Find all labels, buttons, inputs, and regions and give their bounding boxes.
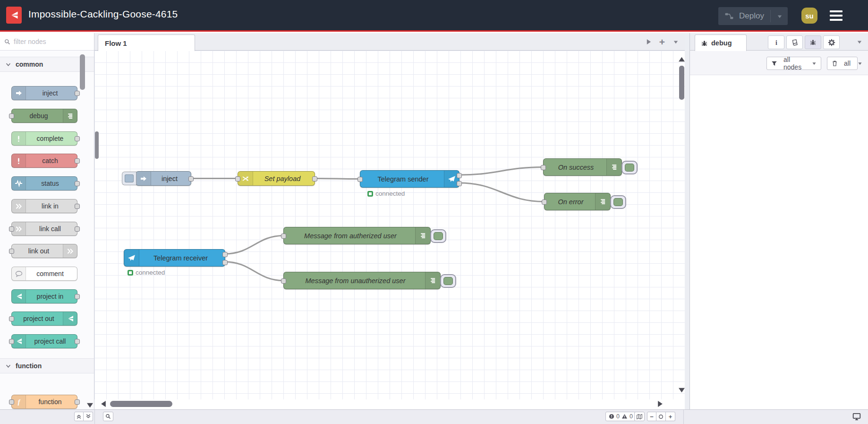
node-output-port[interactable]: [75, 204, 80, 209]
flow-node-msg-unauthorized[interactable]: Message from unautherized user: [283, 272, 441, 289]
sidebar-menu-chevron-icon[interactable]: [857, 40, 862, 44]
node-output-port[interactable]: [75, 158, 80, 164]
scrollbar-thumb[interactable]: [95, 131, 99, 159]
palette-node-comment[interactable]: comment: [11, 267, 77, 281]
palette-node-label: link in: [26, 199, 74, 213]
debug-enable-toggle[interactable]: [621, 161, 638, 174]
inject-trigger-button[interactable]: [122, 172, 136, 185]
flow-node-telegram-sender[interactable]: Telegram sender: [360, 170, 460, 188]
node-input-port[interactable]: [9, 399, 14, 405]
wire[interactable]: [225, 236, 283, 254]
wire[interactable]: [460, 183, 544, 202]
palette-node-complete[interactable]: complete: [11, 131, 77, 146]
tab-flow-1[interactable]: Flow 1: [98, 35, 195, 51]
canvas-scroll-left-icon[interactable]: [101, 400, 107, 407]
tab-debug[interactable]: debug: [695, 35, 747, 51]
node-input-port[interactable]: [357, 177, 363, 182]
wire[interactable]: [315, 179, 360, 179]
canvas-scroll-right-icon[interactable]: [657, 400, 663, 407]
node-input-port[interactable]: [235, 176, 240, 182]
node-output-port-2[interactable]: [457, 181, 462, 186]
tab-scroll-right-icon[interactable]: [646, 39, 651, 45]
node-status-telegram-receiver: connected: [128, 269, 165, 276]
palette-node-inject[interactable]: inject: [11, 86, 77, 100]
flow-node-telegram-receiver[interactable]: Telegram receiver: [124, 249, 225, 267]
flow-node-on-error[interactable]: On error: [544, 193, 611, 210]
node-output-port-1[interactable]: [222, 252, 228, 257]
flow-issue-counts[interactable]: 0 0: [605, 412, 636, 421]
node-input-port[interactable]: [541, 165, 546, 170]
canvas-search-button[interactable]: [103, 412, 113, 421]
palette-node-status[interactable]: status: [11, 176, 77, 190]
canvas-scroll-down-icon[interactable]: [678, 387, 685, 393]
node-input-port[interactable]: [281, 278, 286, 284]
palette-node-function[interactable]: ffunction: [11, 395, 77, 409]
flow-node-inject[interactable]: inject: [136, 171, 191, 186]
wire[interactable]: [225, 262, 283, 281]
zoom-in-button[interactable]: +: [666, 412, 675, 421]
expand-all-categories-button[interactable]: [84, 412, 93, 421]
node-input-port[interactable]: [542, 199, 547, 205]
wire[interactable]: [460, 167, 543, 175]
sidebar-splitter[interactable]: [685, 33, 689, 409]
palette-node-link-call[interactable]: link call: [11, 222, 77, 236]
node-input-port[interactable]: [9, 249, 14, 254]
node-input-port[interactable]: [9, 113, 14, 119]
node-output-port[interactable]: [75, 91, 80, 96]
user-avatar[interactable]: su: [801, 8, 817, 24]
palette-scroll-down-icon[interactable]: [86, 402, 94, 408]
palette-node-project-in[interactable]: project in: [11, 289, 77, 303]
palette-node-debug[interactable]: debug: [11, 109, 77, 123]
zoom-reset-button[interactable]: [656, 412, 666, 421]
debug-clear-button[interactable]: all: [827, 57, 858, 70]
palette-search[interactable]: filter nodes: [0, 33, 94, 51]
node-output-port[interactable]: [75, 226, 80, 232]
palette-node-project-out[interactable]: project out: [11, 312, 77, 326]
deploy-button[interactable]: Deploy: [718, 7, 788, 25]
debug-filter-button[interactable]: all nodes: [766, 57, 821, 70]
node-output-port[interactable]: [75, 181, 80, 186]
node-output-port[interactable]: [75, 339, 80, 344]
palette-node-link-out[interactable]: link out: [11, 244, 77, 258]
canvas-hscrollbar-thumb[interactable]: [110, 401, 172, 407]
palette-node-catch[interactable]: catch: [11, 154, 77, 168]
sidebar-tab-info-button[interactable]: i: [768, 35, 784, 49]
palette-category-function[interactable]: function: [0, 358, 94, 373]
node-output-port[interactable]: [312, 176, 317, 182]
node-output-port[interactable]: [75, 294, 80, 299]
palette-node-link-in[interactable]: link in: [11, 199, 77, 213]
flow-node-on-success[interactable]: On success: [543, 158, 622, 176]
canvas-vscrollbar-thumb[interactable]: [679, 66, 684, 100]
palette-node-project-call[interactable]: project call: [11, 334, 77, 348]
sidebar-tab-help-button[interactable]: [786, 35, 803, 49]
main-menu-button[interactable]: [830, 9, 842, 22]
flow-node-msg-authorized[interactable]: Message from autherized user: [283, 227, 431, 244]
flow-list-chevron-icon[interactable]: [673, 40, 679, 44]
zoom-out-button[interactable]: −: [647, 412, 656, 421]
node-input-port[interactable]: [281, 234, 286, 239]
node-input-port[interactable]: [9, 316, 14, 321]
canvas-scroll-up-icon[interactable]: [678, 56, 685, 62]
node-output-port[interactable]: [188, 176, 194, 182]
inject-trigger-inner: [125, 174, 134, 182]
node-output-port[interactable]: [75, 136, 80, 141]
open-dashboard-monitor-icon[interactable]: [852, 412, 861, 421]
flow-canvas[interactable]: injectSet payloadTelegram senderconnecte…: [94, 51, 685, 399]
node-input-port[interactable]: [9, 339, 14, 344]
debug-enable-toggle[interactable]: [440, 274, 456, 288]
palette-scrollbar-thumb[interactable]: [80, 54, 85, 90]
collapse-all-categories-button[interactable]: [74, 412, 84, 421]
node-output-port[interactable]: [75, 399, 80, 405]
sidebar-tab-config-button[interactable]: [823, 35, 840, 49]
chevron-down-icon: [858, 61, 862, 66]
node-output-port-2[interactable]: [222, 260, 228, 265]
node-input-port[interactable]: [9, 226, 14, 232]
debug-enable-toggle[interactable]: [430, 229, 446, 243]
sidebar-tab-debug-button[interactable]: [805, 35, 821, 49]
navigator-map-button[interactable]: [634, 412, 645, 421]
add-flow-button[interactable]: +: [659, 37, 665, 47]
debug-enable-toggle[interactable]: [610, 195, 626, 209]
flow-node-set-payload[interactable]: Set payload: [238, 171, 315, 186]
deploy-options-chevron-icon[interactable]: [777, 14, 783, 19]
node-output-port-1[interactable]: [457, 173, 462, 178]
